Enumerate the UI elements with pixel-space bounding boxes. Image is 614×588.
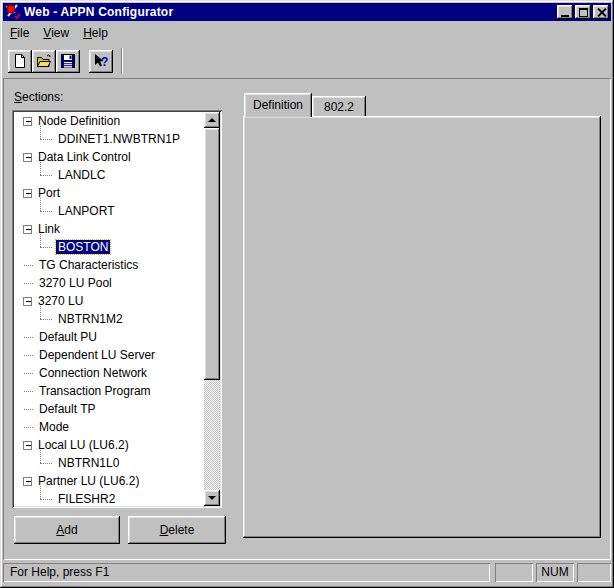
context-help-icon: ? xyxy=(93,53,109,69)
tree-item-default-tp[interactable]: Default TP xyxy=(14,400,204,418)
collapse-icon[interactable] xyxy=(23,477,32,486)
title-bar[interactable]: Web - APPN Configurator xyxy=(3,3,611,21)
context-help-button[interactable]: ? xyxy=(89,50,113,73)
tree-connector xyxy=(40,247,52,248)
tree-connector xyxy=(40,211,52,212)
scrollbar-thumb[interactable] xyxy=(204,128,220,380)
tree-connector xyxy=(24,373,33,374)
tree-item-nbtrn1m2[interactable]: NBTRN1M2 xyxy=(14,310,204,328)
tree-connector xyxy=(24,391,33,392)
tree-connector xyxy=(40,463,52,464)
tree-connector xyxy=(24,337,33,338)
minimize-icon xyxy=(561,15,569,17)
tree-item-partner-lu[interactable]: Partner LU (LU6.2) xyxy=(14,472,204,490)
tree-item-lanport[interactable]: LANPORT xyxy=(14,202,204,220)
collapse-icon[interactable] xyxy=(23,225,32,234)
toolbar-separator xyxy=(121,48,123,74)
tree-item-node-definition[interactable]: Node Definition xyxy=(14,112,204,130)
save-file-button[interactable] xyxy=(56,50,80,73)
toolbar: ? xyxy=(3,44,611,78)
collapse-icon[interactable] xyxy=(23,441,32,450)
tree-item-ddinet1-nwbtrn1p[interactable]: DDINET1.NWBTRN1P xyxy=(14,130,204,148)
menu-help[interactable]: Help xyxy=(76,23,115,43)
tree-item-tg-characteristics[interactable]: TG Characteristics xyxy=(14,256,204,274)
tree-item-local-lu[interactable]: Local LU (LU6.2) xyxy=(14,436,204,454)
add-button[interactable]: Add xyxy=(14,516,120,544)
new-document-icon xyxy=(12,53,28,69)
menu-view[interactable]: View xyxy=(36,23,76,43)
arrow-down-icon xyxy=(208,496,216,500)
tree-item-3270-lu-pool[interactable]: 3270 LU Pool xyxy=(14,274,204,292)
tree-item-default-pu[interactable]: Default PU xyxy=(14,328,204,346)
svg-text:?: ? xyxy=(101,55,108,69)
menu-bar: File View Help xyxy=(3,22,611,43)
maximize-icon xyxy=(579,8,588,17)
close-icon xyxy=(597,8,606,17)
tree-item-boston[interactable]: BOSTON xyxy=(14,238,204,256)
tree-item-data-link-control[interactable]: Data Link Control xyxy=(14,148,204,166)
menu-file[interactable]: File xyxy=(3,23,36,43)
status-message: For Help, press F1 xyxy=(3,563,490,582)
tree-item-mode[interactable]: Mode xyxy=(14,418,204,436)
new-file-button[interactable] xyxy=(8,50,32,73)
tree-scrollbar[interactable] xyxy=(204,112,220,506)
arrow-up-icon xyxy=(208,118,216,122)
window-title: Web - APPN Configurator xyxy=(24,5,173,19)
tree-item-dependent-lu-server[interactable]: Dependent LU Server xyxy=(14,346,204,364)
app-window: Web - APPN Configurator File View Help xyxy=(0,0,614,588)
sections-tree[interactable]: Node Definition DDINET1.NWBTRN1P Data Li… xyxy=(12,110,222,508)
status-cell-scrl xyxy=(577,563,611,582)
tree-item-link[interactable]: Link xyxy=(14,220,204,238)
tree-connector xyxy=(24,283,33,284)
open-file-button[interactable] xyxy=(32,50,56,73)
tree-item-3270-lu[interactable]: 3270 LU xyxy=(14,292,204,310)
delete-button[interactable]: Delete xyxy=(128,516,226,544)
scroll-up-button[interactable] xyxy=(204,112,220,128)
maximize-button[interactable] xyxy=(575,5,591,19)
app-icon xyxy=(5,4,21,20)
tree-connector xyxy=(40,139,52,140)
open-folder-icon xyxy=(36,53,52,69)
tree-item-landlc[interactable]: LANDLC xyxy=(14,166,204,184)
collapse-icon[interactable] xyxy=(23,153,32,162)
selected-tree-item[interactable]: BOSTON xyxy=(56,240,110,254)
status-bar: For Help, press F1 NUM xyxy=(3,560,611,585)
tree-connector xyxy=(40,319,52,320)
collapse-icon[interactable] xyxy=(23,189,32,198)
tree-item-transaction-program[interactable]: Transaction Program xyxy=(14,382,204,400)
tree-item-fileshr2[interactable]: FILESHR2 xyxy=(14,490,204,506)
save-floppy-icon xyxy=(60,53,76,69)
sections-label: Sections: xyxy=(14,90,63,104)
minimize-button[interactable] xyxy=(557,5,573,19)
collapse-icon[interactable] xyxy=(23,297,32,306)
tree-connector xyxy=(24,427,33,428)
tree-connector xyxy=(40,499,52,500)
tab-802-2[interactable]: 802.2 xyxy=(312,96,366,117)
tree-connector xyxy=(24,409,33,410)
tree-connector xyxy=(40,175,52,176)
tree-item-port[interactable]: Port xyxy=(14,184,204,202)
status-cell-num: NUM xyxy=(536,563,574,582)
tab-definition[interactable]: Definition xyxy=(244,93,312,117)
delete-button-label: Delete xyxy=(160,523,195,537)
tree-item-connection-network[interactable]: Connection Network xyxy=(14,364,204,382)
status-cell-caps xyxy=(495,563,533,582)
scroll-down-button[interactable] xyxy=(204,490,220,506)
add-button-label: Add xyxy=(56,523,77,537)
tree-connector xyxy=(24,355,33,356)
tree-connector xyxy=(24,265,33,266)
close-button[interactable] xyxy=(593,5,609,19)
collapse-icon[interactable] xyxy=(23,117,32,126)
tree-item-nbtrn1l0[interactable]: NBTRN1L0 xyxy=(14,454,204,472)
definition-tab-panel xyxy=(243,116,601,538)
